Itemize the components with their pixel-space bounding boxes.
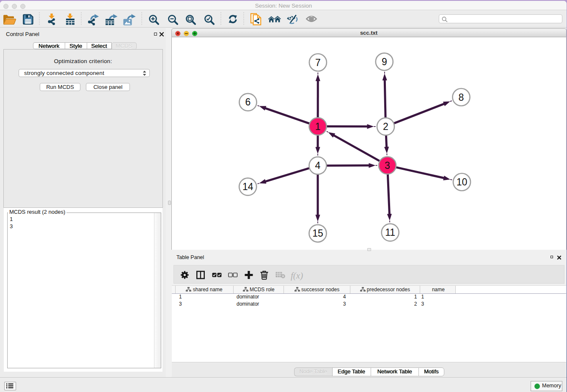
svg-text:15: 15 (312, 228, 323, 239)
svg-text:2: 2 (383, 121, 388, 132)
svg-text:6: 6 (245, 97, 250, 108)
svg-text:11: 11 (385, 227, 395, 238)
svg-text:14: 14 (242, 181, 253, 192)
svg-text:10: 10 (456, 177, 467, 188)
svg-text:4: 4 (315, 160, 320, 171)
svg-text:9: 9 (381, 56, 387, 67)
svg-text:7: 7 (315, 57, 321, 68)
svg-text:1: 1 (315, 121, 320, 132)
svg-text:f(x): f(x) (291, 270, 303, 280)
svg-text:8: 8 (458, 92, 464, 103)
svg-text:3: 3 (385, 160, 390, 171)
